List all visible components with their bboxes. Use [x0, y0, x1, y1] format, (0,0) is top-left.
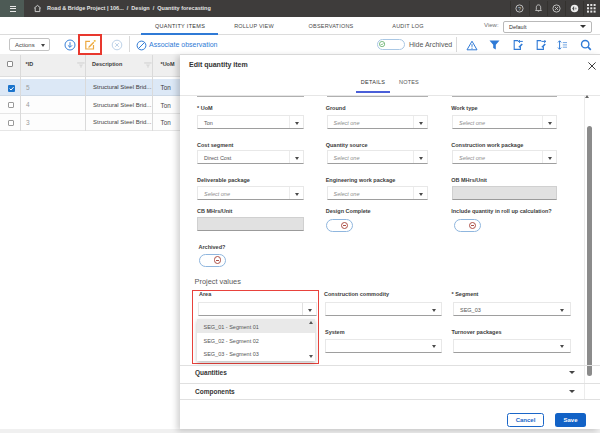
svg-text:?: ? — [518, 6, 521, 12]
